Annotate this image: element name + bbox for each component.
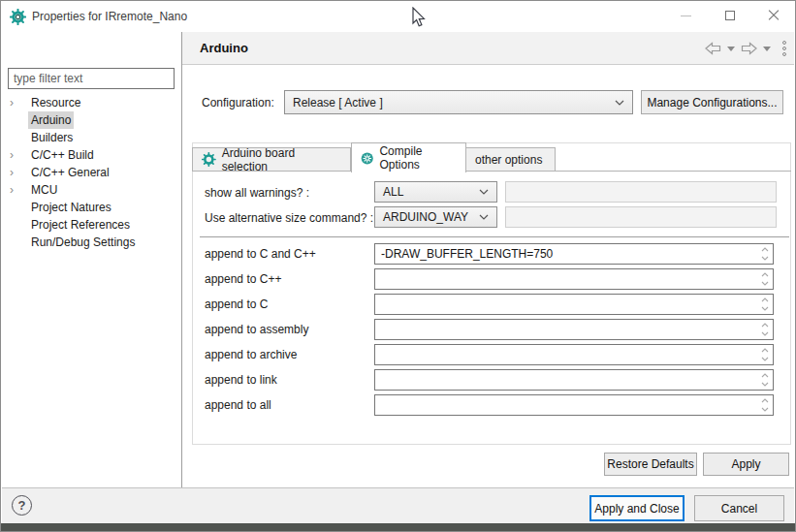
- append-cpp-field[interactable]: [374, 268, 774, 290]
- size-command-extra-field: [505, 206, 777, 228]
- spinner-icon[interactable]: [758, 321, 771, 338]
- apply-button[interactable]: Apply: [703, 453, 789, 476]
- tab-arduino-board-selection[interactable]: Arduino board selection: [192, 147, 351, 172]
- append-c-cpp-field[interactable]: [374, 243, 774, 265]
- teal-circle-gear-icon: [361, 151, 373, 166]
- sloeber-gear-icon: [10, 9, 26, 28]
- chevron-right-icon[interactable]: ›: [10, 181, 23, 199]
- help-icon[interactable]: ?: [12, 495, 32, 516]
- apply-and-close-button[interactable]: Apply and Close: [589, 495, 685, 521]
- sidebar-item-run-debug-settings[interactable]: Run/Debug Settings: [2, 234, 181, 251]
- chevron-down-icon: [615, 100, 624, 106]
- view-menu-icon[interactable]: [782, 41, 786, 56]
- configuration-label: Configuration:: [202, 96, 274, 110]
- sloeber-gear-icon: [202, 152, 216, 167]
- sidebar-item-arduino[interactable]: Arduino: [2, 111, 181, 129]
- spinner-icon[interactable]: [758, 270, 771, 288]
- tab-compile-options[interactable]: Compile Options: [351, 142, 466, 172]
- sidebar-item-mcu[interactable]: › MCU: [2, 181, 181, 199]
- sidebar-divider: [181, 32, 182, 487]
- append-cpp-label: append to C++: [205, 272, 281, 286]
- back-history-dropdown-icon[interactable]: [727, 47, 735, 51]
- page-header: Arduino: [182, 32, 794, 65]
- append-assembly-label: append to assembly: [205, 323, 308, 336]
- append-c-label: append to C: [205, 297, 268, 311]
- properties-tree: › Resource Arduino Builders › C/C++ Buil…: [2, 94, 181, 251]
- forward-arrow-icon[interactable]: [741, 42, 757, 55]
- forward-history-dropdown-icon[interactable]: [763, 47, 771, 51]
- footer-bar: ? Apply and Close Cancel: [2, 488, 794, 525]
- sidebar-item-cpp-build[interactable]: › C/C++ Build: [2, 146, 181, 164]
- chevron-right-icon[interactable]: ›: [10, 164, 23, 181]
- append-c-cpp-label: append to C and C++: [205, 247, 316, 261]
- append-all-field[interactable]: [374, 394, 774, 416]
- spinner-icon[interactable]: [758, 296, 771, 313]
- warnings-extra-field: [505, 181, 777, 203]
- window-title: Properties for IRremote_Nano: [32, 10, 187, 23]
- alt-size-command-select[interactable]: ARDUINO_WAY: [374, 206, 497, 228]
- title-bar: Properties for IRremote_Nano: [1, 1, 795, 32]
- form-separator: [200, 236, 789, 237]
- alt-size-command-label: Use alternative size command? :: [205, 211, 373, 225]
- chevron-down-icon: [479, 214, 489, 220]
- restore-defaults-button[interactable]: Restore Defaults: [604, 453, 697, 476]
- show-all-warnings-select[interactable]: ALL: [374, 181, 497, 203]
- append-assembly-field[interactable]: [374, 319, 774, 340]
- minimize-button[interactable]: [664, 1, 708, 30]
- append-link-label: append to link: [205, 373, 277, 387]
- append-link-field[interactable]: [374, 369, 774, 391]
- page-title: Arduino: [200, 41, 248, 55]
- append-archive-field[interactable]: [374, 344, 774, 365]
- append-c-field[interactable]: [374, 294, 774, 315]
- mouse-cursor: [412, 7, 428, 28]
- spinner-icon[interactable]: [758, 245, 771, 263]
- sidebar-item-builders[interactable]: Builders: [2, 129, 181, 146]
- cancel-button[interactable]: Cancel: [694, 495, 784, 521]
- manage-configurations-button[interactable]: Manage Configurations...: [641, 90, 783, 114]
- chevron-down-icon: [479, 189, 489, 195]
- header-nav: [705, 40, 786, 57]
- spinner-icon[interactable]: [758, 346, 771, 363]
- sidebar-item-project-natures[interactable]: Project Natures: [2, 199, 181, 216]
- chevron-right-icon[interactable]: ›: [10, 146, 23, 164]
- sidebar-item-cpp-general[interactable]: › C/C++ General: [2, 164, 181, 181]
- back-arrow-icon[interactable]: [705, 42, 721, 55]
- append-archive-label: append to archive: [205, 348, 297, 361]
- chevron-right-icon[interactable]: ›: [10, 94, 23, 111]
- tab-other-options[interactable]: other options: [466, 147, 556, 172]
- configuration-select[interactable]: Release [ Active ]: [284, 90, 633, 114]
- show-all-warnings-label: show all warnings? :: [205, 186, 309, 200]
- minimize-icon: [681, 16, 691, 16]
- close-icon: [768, 10, 780, 21]
- sidebar: › Resource Arduino Builders › C/C++ Buil…: [2, 32, 181, 485]
- spinner-icon[interactable]: [758, 396, 771, 414]
- close-button[interactable]: [751, 1, 795, 30]
- spinner-icon[interactable]: [758, 371, 771, 389]
- sidebar-item-project-references[interactable]: Project References: [2, 216, 181, 234]
- append-all-label: append to all: [205, 398, 271, 412]
- background-window-edge: [1, 523, 795, 531]
- maximize-icon: [725, 11, 735, 20]
- filter-input[interactable]: [8, 68, 175, 89]
- sidebar-item-resource[interactable]: › Resource: [2, 94, 181, 111]
- properties-dialog: Properties for IRremote_Nano › Resource …: [0, 0, 796, 532]
- maximize-button[interactable]: [708, 1, 751, 30]
